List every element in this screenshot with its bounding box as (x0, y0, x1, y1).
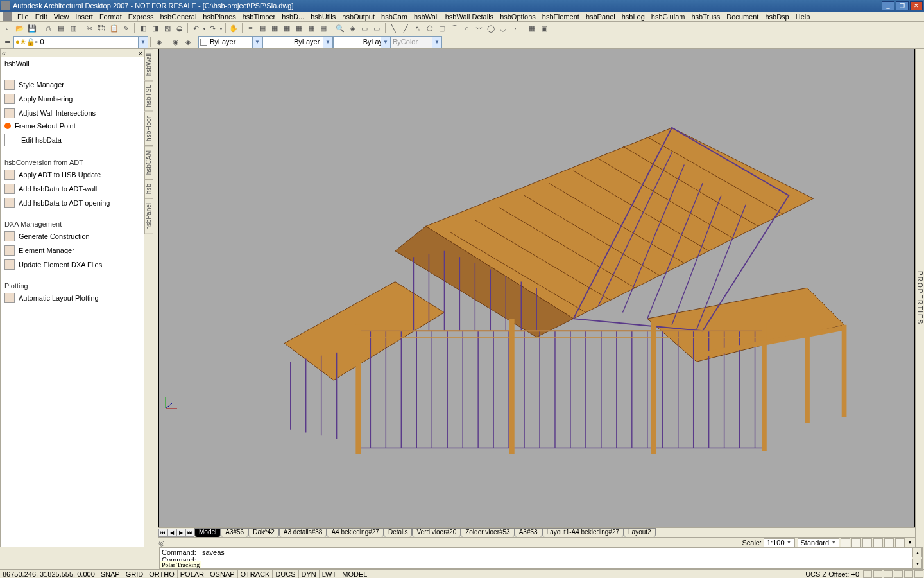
display-icon[interactable] (873, 538, 883, 547)
tb2-icon[interactable]: ▤ (257, 22, 269, 35)
display-icon[interactable] (862, 538, 872, 547)
menu-view[interactable]: View (51, 13, 73, 21)
vtab-hsbpanel[interactable]: hsbPanel (144, 198, 153, 234)
close-button[interactable]: ✕ (910, 1, 923, 10)
tb4-icon[interactable]: ▦ (281, 22, 293, 35)
status-icon[interactable] (884, 570, 893, 578)
vtab-hsbwall[interactable]: hsbWall (144, 49, 153, 80)
open-button[interactable]: 📂 (13, 22, 26, 35)
minimize-button[interactable]: _ (882, 1, 894, 10)
palette-item-update-dxa[interactable]: Update Element DXA Files (1, 258, 144, 272)
palette-item-adjust-wall[interactable]: Adjust Wall Intersections (1, 106, 144, 120)
scroll-down-icon[interactable]: ▾ (912, 559, 922, 568)
toggle-polar[interactable]: POLAR (178, 570, 207, 579)
display-icon[interactable] (851, 538, 861, 547)
chevron-down-icon[interactable]: ▼ (138, 37, 148, 48)
palette-item-auto-plot[interactable]: Automatic Layout Plotting (1, 291, 144, 305)
pline-tool[interactable]: ∿ (412, 22, 424, 35)
chevron-down-icon[interactable]: ▼ (202, 26, 207, 31)
menu-hsbcam[interactable]: hsbCam (378, 13, 411, 21)
menu-format[interactable]: Format (96, 13, 125, 21)
menu-hsbplanes[interactable]: hsbPlanes (200, 13, 239, 21)
copy-button[interactable]: ⿻ (96, 22, 108, 35)
layout-tab[interactable]: Dak^42 (248, 528, 279, 537)
menu-hsbd[interactable]: hsbD... (278, 13, 307, 21)
menu-insert[interactable]: Insert (72, 13, 96, 21)
status-grip-icon[interactable] (914, 570, 923, 578)
layout-tab[interactable]: A4 bekleding#27 (327, 528, 384, 537)
maximize-button[interactable]: ❐ (896, 1, 909, 10)
plot-button[interactable]: ⎙ (42, 22, 55, 35)
toggle-dyn[interactable]: DYN (299, 570, 320, 579)
earc-tool[interactable]: ◡ (497, 22, 509, 35)
vtab-hsb[interactable]: hsb (144, 179, 153, 198)
vtab-hsbfloor[interactable]: hsbFloor (144, 112, 153, 146)
display-icon[interactable] (884, 538, 894, 547)
drawing-canvas[interactable] (158, 49, 915, 527)
rect-tool[interactable]: ▢ (436, 22, 449, 35)
layout-tab[interactable]: Details (384, 528, 413, 537)
display-icon[interactable] (841, 538, 850, 547)
redo-button[interactable]: ↷ (207, 22, 219, 35)
toggle-otrack[interactable]: OTRACK (238, 570, 273, 579)
undo-button[interactable]: ↶ (190, 22, 202, 35)
layer-misc-button[interactable]: ◈ (153, 36, 165, 48)
status-icon[interactable] (894, 570, 903, 578)
purge-button[interactable]: ◒ (173, 22, 185, 35)
palette-item-edit-hsbdata[interactable]: Edit hsbData (1, 132, 144, 148)
linetype-combo[interactable]: ByLayer ▼ (262, 36, 333, 48)
anno-combo[interactable]: Standard▼ (798, 538, 840, 547)
color-button[interactable]: ◉ (169, 36, 182, 48)
palette-item-element-manager[interactable]: Element Manager (1, 243, 144, 258)
line2-tool[interactable]: ╱ (400, 22, 412, 35)
menu-hsblog[interactable]: hsbLog (619, 13, 648, 21)
vtab-hsbtsl[interactable]: hsbTSL (144, 80, 153, 111)
layout-tab[interactable]: Layout2 (624, 528, 656, 537)
menu-hsbutils[interactable]: hsbUtils (307, 13, 339, 21)
tb3-icon[interactable]: ▦ (269, 22, 281, 35)
xref-button[interactable]: ◨ (149, 22, 161, 35)
tab-next-button[interactable]: ▶ (176, 529, 185, 537)
toggle-ducs[interactable]: DUCS (273, 570, 298, 579)
pan-button[interactable]: ✋ (228, 22, 240, 35)
tb8-icon[interactable]: ◈ (346, 22, 359, 35)
tb10-icon[interactable]: ▭ (371, 22, 383, 35)
lineweight-combo[interactable]: ByLayer ▼ (333, 36, 391, 48)
match-button[interactable]: ✎ (120, 22, 132, 35)
layerprops-button[interactable]: ≣ (1, 36, 13, 48)
layout-tab[interactable]: A3#53 (515, 528, 542, 537)
layer-combo[interactable]: ● ☀ 🔓 ▫ 0 ▼ (13, 36, 148, 48)
scroll-up-icon[interactable]: ▴ (912, 548, 922, 557)
menu-hsbdsp[interactable]: hsbDsp (762, 13, 792, 21)
arc-tool[interactable]: ⌒ (449, 22, 461, 35)
preview-button[interactable]: ▤ (55, 22, 67, 35)
command-scrollbar[interactable]: ▴ ▾ (912, 548, 922, 568)
menu-hsbwall[interactable]: hsbWall (411, 13, 442, 21)
toggle-lwt[interactable]: LWT (320, 570, 339, 579)
palette-item-add-wall[interactable]: Add hsbData to ADT-wall (1, 182, 144, 196)
polygon-tool[interactable]: ⬠ (424, 22, 436, 35)
menu-hsbtruss[interactable]: hsbTruss (688, 13, 723, 21)
menu-hsbpanel[interactable]: hsbPanel (583, 13, 619, 21)
menu-hsboutput[interactable]: hsbOutput (339, 13, 378, 21)
palette-item-style-manager[interactable]: Style Manager (1, 78, 144, 92)
tb7-icon[interactable]: ▤ (318, 22, 330, 35)
properties-strip[interactable]: PROPERTIES (915, 49, 924, 547)
toggle-snap[interactable]: SNAP (98, 570, 123, 579)
paste-button[interactable]: 📋 (108, 22, 120, 35)
command-window[interactable]: Command: _saveas Command: Polar Tracking… (159, 547, 923, 569)
toggle-grid[interactable]: GRID (123, 570, 147, 579)
hatch-tool[interactable]: ▦ (526, 22, 538, 35)
menu-file[interactable]: File (14, 13, 32, 21)
palette-item-generate[interactable]: Generate Construction (1, 229, 144, 243)
zoom-button[interactable]: 🔍 (334, 22, 346, 35)
line-tool[interactable]: ╲ (388, 22, 400, 35)
region-tool[interactable]: ▣ (538, 22, 551, 35)
layout-tab[interactable]: Zolder vloer#53 (461, 528, 514, 537)
status-icon[interactable] (904, 570, 913, 578)
layout-tab[interactable]: A3 details#38 (279, 528, 327, 537)
image-button[interactable]: ▧ (161, 22, 173, 35)
menu-edit[interactable]: Edit (32, 13, 51, 21)
status-icon[interactable] (873, 570, 882, 578)
save-button[interactable]: 💾 (26, 22, 38, 35)
